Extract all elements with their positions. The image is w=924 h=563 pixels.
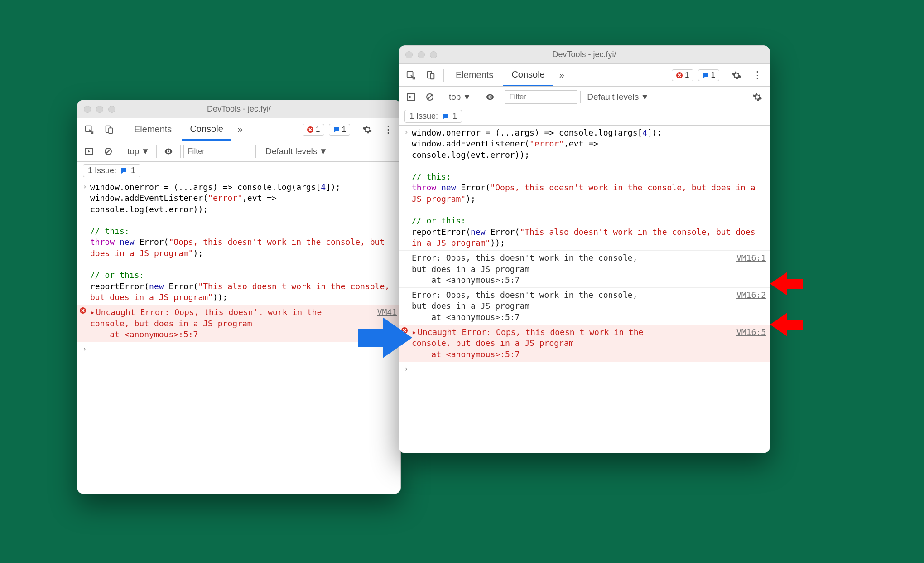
code-input: window.onerror = (...args) => console.lo…: [90, 182, 397, 303]
issues-chip[interactable]: 1 Issue: 1: [404, 110, 462, 123]
devtools-window-before: DevTools - jec.fyi/ Elements Console » 1…: [77, 100, 401, 494]
more-tabs-icon[interactable]: »: [233, 118, 247, 141]
toggle-sidebar-icon[interactable]: [80, 142, 98, 160]
context-label: top: [127, 146, 139, 156]
device-toggle-icon[interactable]: [422, 66, 440, 84]
kebab-menu-icon[interactable]: ⋮: [379, 124, 398, 136]
arrow-left-red-icon: [770, 313, 803, 336]
filter-input[interactable]: [183, 145, 256, 158]
issues-count: 1: [131, 166, 135, 175]
arrow-left-red-icon: [770, 272, 803, 296]
dropdown-icon: ▼: [319, 146, 327, 156]
traffic-lights: [405, 51, 437, 58]
issues-bar: 1 Issue: 1: [399, 107, 770, 126]
traffic-lights: [84, 106, 116, 113]
console-toolbar: top ▼ Default levels ▼: [399, 87, 770, 107]
window-title: DevTools - jec.fyi/: [399, 50, 770, 59]
dropdown-icon: ▼: [462, 92, 471, 102]
zoom-dot[interactable]: [430, 51, 437, 58]
live-expression-icon[interactable]: [159, 142, 178, 160]
console-input-row[interactable]: › window.onerror = (...args) => console.…: [399, 126, 770, 251]
error-message: Uncaught Error: Oops, this doesn't work …: [90, 307, 373, 340]
dropdown-icon: ▼: [141, 146, 149, 156]
console-log-row[interactable]: Error: Oops, this doesn't work in the co…: [399, 288, 770, 325]
toggle-sidebar-icon[interactable]: [402, 88, 420, 106]
console-toolbar: top ▼ Default levels ▼: [77, 141, 400, 162]
zoom-dot[interactable]: [108, 106, 116, 113]
log-levels-selector[interactable]: Default levels ▼: [262, 146, 331, 156]
dropdown-icon: ▼: [640, 92, 649, 102]
source-link[interactable]: VM16:2: [732, 290, 766, 323]
svg-rect-10: [430, 73, 434, 79]
log-message: Error: Oops, this doesn't work in the co…: [412, 252, 732, 286]
prompt-icon: ›: [401, 364, 412, 374]
issues-bar: 1 Issue: 1: [77, 162, 400, 180]
console-prompt-row[interactable]: ›: [399, 362, 770, 376]
filter-input[interactable]: [505, 90, 578, 104]
issues-label: 1 Issue:: [88, 166, 116, 175]
console-error-row[interactable]: Uncaught Error: Oops, this doesn't work …: [77, 305, 400, 342]
minimize-dot[interactable]: [418, 51, 425, 58]
prompt-icon: ›: [401, 127, 412, 248]
tab-console[interactable]: Console: [182, 118, 231, 141]
message-count: 1: [711, 71, 715, 80]
panel-tabs: Elements Console » 1 1 ⋮: [399, 64, 770, 87]
issues-chip[interactable]: 1 Issue: 1: [83, 164, 140, 177]
context-selector[interactable]: top ▼: [123, 145, 154, 158]
message-icon: [333, 126, 340, 133]
message-icon: [442, 113, 449, 120]
devtools-window-after: DevTools - jec.fyi/ Elements Console » 1…: [399, 45, 770, 453]
clear-console-icon[interactable]: [421, 88, 439, 106]
log-message: Error: Oops, this doesn't work in the co…: [412, 290, 732, 323]
source-link[interactable]: VM16:5: [732, 327, 766, 360]
svg-point-14: [489, 96, 491, 98]
console-input-row[interactable]: › window.onerror = (...args) => console.…: [77, 180, 400, 305]
error-count-badge[interactable]: 1: [303, 124, 324, 136]
titlebar: DevTools - jec.fyi/: [77, 100, 400, 118]
message-icon: [120, 167, 127, 175]
tab-elements[interactable]: Elements: [448, 64, 501, 86]
console-output: › window.onerror = (...args) => console.…: [399, 126, 770, 453]
arrow-right-blue-icon: [358, 317, 412, 358]
inspect-icon[interactable]: [80, 121, 98, 139]
error-icon: [79, 307, 90, 340]
more-tabs-icon[interactable]: »: [555, 64, 569, 86]
tab-elements[interactable]: Elements: [126, 118, 180, 141]
code-input: window.onerror = (...args) => console.lo…: [412, 127, 766, 248]
titlebar: DevTools - jec.fyi/: [399, 46, 770, 64]
error-count: 1: [316, 125, 320, 134]
console-log-row[interactable]: Error: Oops, this doesn't work in the co…: [399, 251, 770, 288]
log-levels-selector[interactable]: Default levels ▼: [583, 92, 653, 102]
close-dot[interactable]: [405, 51, 413, 58]
prompt-icon: ›: [79, 182, 90, 303]
error-message: Uncaught Error: Oops, this doesn't work …: [412, 327, 732, 360]
error-icon: [307, 126, 314, 133]
prompt-icon: ›: [79, 344, 90, 354]
settings-icon[interactable]: [727, 70, 746, 80]
error-icon: [676, 72, 683, 79]
context-selector[interactable]: top ▼: [445, 90, 475, 104]
message-count: 1: [342, 125, 346, 134]
message-count-badge[interactable]: 1: [329, 124, 350, 136]
levels-label: Default levels: [265, 146, 317, 156]
source-link[interactable]: VM16:1: [732, 252, 766, 286]
window-title: DevTools - jec.fyi/: [77, 104, 400, 114]
console-prompt-row[interactable]: ›: [77, 342, 400, 356]
close-dot[interactable]: [84, 106, 91, 113]
settings-icon[interactable]: [358, 125, 377, 135]
kebab-menu-icon[interactable]: ⋮: [748, 69, 767, 81]
message-icon: [702, 72, 709, 79]
console-error-row[interactable]: Uncaught Error: Oops, this doesn't work …: [399, 325, 770, 362]
device-toggle-icon[interactable]: [100, 121, 118, 139]
message-count-badge[interactable]: 1: [698, 69, 719, 81]
tab-console[interactable]: Console: [503, 64, 553, 86]
inspect-icon[interactable]: [402, 66, 420, 84]
console-settings-icon[interactable]: [748, 92, 767, 102]
panel-tabs: Elements Console » 1 1 ⋮: [77, 118, 400, 141]
svg-point-6: [168, 150, 169, 152]
minimize-dot[interactable]: [96, 106, 103, 113]
error-count-badge[interactable]: 1: [672, 69, 693, 81]
clear-console-icon[interactable]: [99, 142, 117, 160]
live-expression-icon[interactable]: [481, 88, 499, 106]
console-output: › window.onerror = (...args) => console.…: [77, 180, 400, 494]
